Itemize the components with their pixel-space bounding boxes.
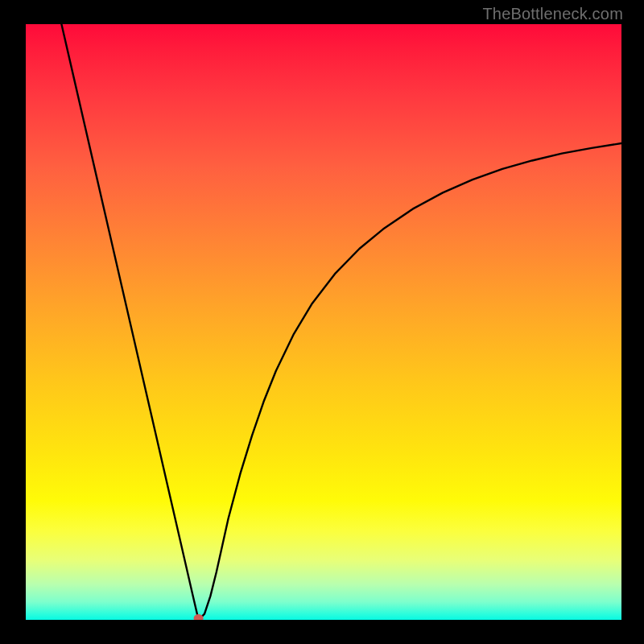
chart-frame: TheBottleneck.com: [0, 0, 644, 644]
curve-layer: [26, 24, 621, 620]
bottleneck-curve: [61, 24, 621, 620]
plot-area: [26, 24, 621, 620]
min-point-marker: [194, 614, 204, 620]
attribution-text: TheBottleneck.com: [482, 5, 623, 23]
